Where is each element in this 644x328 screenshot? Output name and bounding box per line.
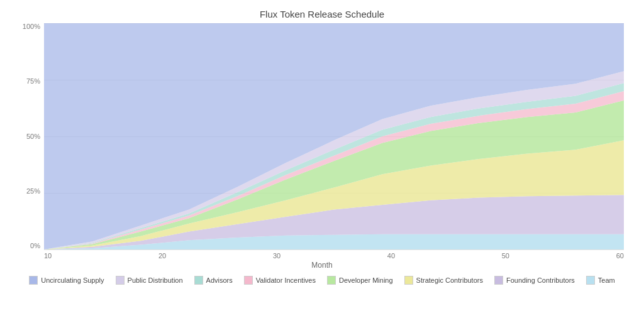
legend-label-uncirculating: Uncirculating Supply: [41, 276, 104, 284]
x-label-40: 40: [387, 252, 395, 260]
chart-title: Flux Token Release Schedule: [260, 9, 384, 19]
legend-label-advisors: Advisors: [206, 276, 233, 284]
y-axis: 100% 75% 50% 25% 0%: [20, 23, 44, 249]
legend-color-uncirculating: [29, 276, 38, 285]
x-axis-title: Month: [311, 261, 332, 270]
legend-color-validator: [244, 276, 253, 285]
x-label-10: 10: [44, 252, 52, 260]
y-label-25: 25%: [26, 188, 40, 195]
x-axis-row: 10 20 30 40 50 60: [20, 249, 624, 260]
y-label-75: 75%: [26, 78, 40, 85]
y-label-50: 50%: [26, 133, 40, 140]
legend-item-advisors: Advisors: [194, 276, 233, 285]
legend-color-public: [116, 276, 125, 285]
x-axis-labels: 10 20 30 40 50 60: [44, 249, 624, 260]
legend-color-developer: [327, 276, 336, 285]
legend-label-strategic: Strategic Contributors: [416, 276, 483, 284]
chart-container: Flux Token Release Schedule 100% 75% 50%…: [0, 0, 644, 328]
legend-color-advisors: [194, 276, 203, 285]
chart-svg: [44, 23, 624, 249]
x-label-50: 50: [502, 252, 509, 260]
legend-label-team: Team: [598, 276, 615, 284]
legend-item-founding: Founding Contributors: [494, 276, 575, 285]
legend-label-validator: Validator Incentives: [256, 276, 316, 284]
x-label-60: 60: [616, 252, 624, 260]
legend-color-strategic: [404, 276, 413, 285]
legend-item-public: Public Distribution: [116, 276, 183, 285]
chart-area: 100% 75% 50% 25% 0%: [20, 23, 624, 249]
y-label-0: 0%: [30, 243, 40, 249]
legend-label-developer: Developer Mining: [339, 276, 393, 284]
legend-item-team: Team: [586, 276, 615, 285]
legend-item-developer: Developer Mining: [327, 276, 393, 285]
x-label-20: 20: [158, 252, 166, 260]
legend-item-uncirculating: Uncirculating Supply: [29, 276, 104, 285]
y-label-100: 100%: [23, 23, 40, 30]
legend-item-validator: Validator Incentives: [244, 276, 316, 285]
legend-label-founding: Founding Contributors: [506, 276, 575, 284]
x-label-30: 30: [273, 252, 280, 260]
legend-color-team: [586, 276, 595, 285]
legend-label-public: Public Distribution: [128, 276, 183, 284]
legend: Uncirculating Supply Public Distribution…: [20, 276, 624, 285]
legend-item-strategic: Strategic Contributors: [404, 276, 483, 285]
legend-color-founding: [494, 276, 503, 285]
plot-area: [44, 23, 624, 249]
